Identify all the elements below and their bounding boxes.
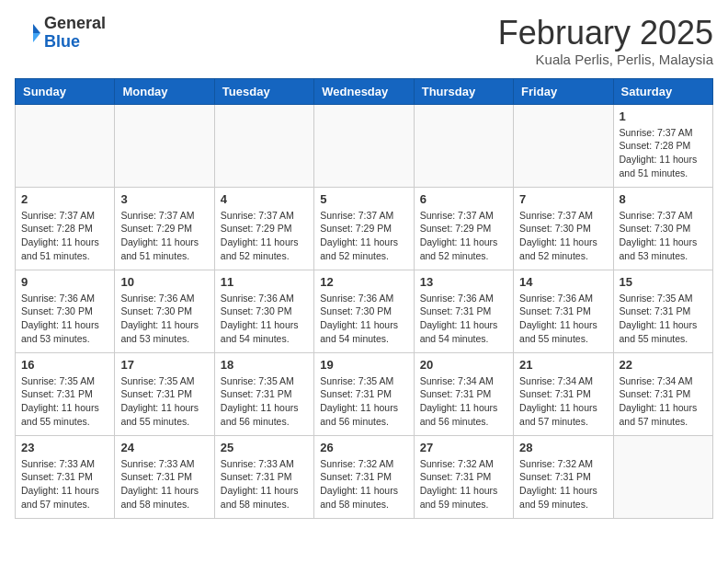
day-number: 4 — [221, 192, 308, 206]
calendar-day-cell — [16, 104, 115, 187]
day-number: 21 — [519, 358, 607, 372]
day-number: 12 — [320, 275, 407, 289]
day-number: 24 — [120, 441, 208, 454]
calendar-day-cell — [314, 104, 414, 187]
weekday-header-monday: Monday — [115, 78, 214, 104]
day-info: Sunrise: 7:32 AMSunset: 7:31 PMDaylight:… — [320, 457, 407, 511]
calendar-day-cell: 23Sunrise: 7:33 AMSunset: 7:31 PMDayligh… — [16, 435, 115, 518]
day-info: Sunrise: 7:34 AMSunset: 7:31 PMDaylight:… — [420, 374, 507, 429]
weekday-header-thursday: Thursday — [414, 78, 513, 104]
day-info: Sunrise: 7:37 AMSunset: 7:29 PMDaylight:… — [320, 209, 407, 263]
calendar-day-cell: 12Sunrise: 7:36 AMSunset: 7:30 PMDayligh… — [314, 270, 414, 352]
day-number: 20 — [420, 358, 507, 372]
day-number: 2 — [21, 192, 108, 206]
calendar-week-1: 1Sunrise: 7:37 AMSunset: 7:28 PMDaylight… — [16, 104, 713, 187]
calendar-day-cell: 24Sunrise: 7:33 AMSunset: 7:31 PMDayligh… — [115, 435, 214, 518]
calendar-day-cell: 2Sunrise: 7:37 AMSunset: 7:28 PMDaylight… — [16, 187, 115, 270]
calendar-day-cell: 8Sunrise: 7:37 AMSunset: 7:30 PMDaylight… — [613, 187, 712, 270]
day-info: Sunrise: 7:36 AMSunset: 7:30 PMDaylight:… — [21, 292, 108, 346]
calendar-day-cell: 18Sunrise: 7:35 AMSunset: 7:31 PMDayligh… — [214, 352, 313, 435]
day-number: 27 — [420, 441, 507, 454]
calendar-day-cell: 19Sunrise: 7:35 AMSunset: 7:31 PMDayligh… — [314, 352, 414, 435]
day-info: Sunrise: 7:35 AMSunset: 7:31 PMDaylight:… — [320, 374, 407, 429]
day-number: 1 — [620, 109, 707, 123]
calendar-day-cell: 7Sunrise: 7:37 AMSunset: 7:30 PMDaylight… — [514, 187, 613, 270]
logo-text: General Blue — [44, 15, 106, 52]
calendar-day-cell — [514, 104, 613, 187]
logo-icon — [15, 20, 40, 46]
calendar-week-4: 16Sunrise: 7:35 AMSunset: 7:31 PMDayligh… — [16, 352, 713, 435]
month-year-title: February 2025 — [498, 15, 713, 52]
day-number: 18 — [221, 358, 308, 372]
weekday-header-wednesday: Wednesday — [314, 78, 414, 104]
calendar-day-cell: 20Sunrise: 7:34 AMSunset: 7:31 PMDayligh… — [414, 352, 513, 435]
calendar-day-cell: 6Sunrise: 7:37 AMSunset: 7:29 PMDaylight… — [414, 187, 513, 270]
calendar-day-cell: 4Sunrise: 7:37 AMSunset: 7:29 PMDaylight… — [214, 187, 313, 270]
svg-marker-1 — [33, 33, 40, 42]
day-info: Sunrise: 7:36 AMSunset: 7:31 PMDaylight:… — [420, 292, 507, 346]
logo-blue: Blue — [44, 33, 106, 52]
day-info: Sunrise: 7:37 AMSunset: 7:29 PMDaylight:… — [120, 209, 208, 263]
location-subtitle: Kuala Perlis, Perlis, Malaysia — [498, 52, 713, 67]
calendar-day-cell: 28Sunrise: 7:32 AMSunset: 7:31 PMDayligh… — [514, 435, 613, 518]
day-info: Sunrise: 7:32 AMSunset: 7:31 PMDaylight:… — [519, 457, 607, 511]
day-number: 6 — [420, 192, 507, 206]
day-number: 7 — [519, 192, 607, 206]
weekday-header-friday: Friday — [514, 78, 613, 104]
day-info: Sunrise: 7:35 AMSunset: 7:31 PMDaylight:… — [620, 292, 707, 346]
day-info: Sunrise: 7:35 AMSunset: 7:31 PMDaylight:… — [21, 374, 108, 429]
day-info: Sunrise: 7:33 AMSunset: 7:31 PMDaylight:… — [21, 457, 108, 511]
calendar-day-cell — [414, 104, 513, 187]
calendar-day-cell: 13Sunrise: 7:36 AMSunset: 7:31 PMDayligh… — [414, 270, 513, 352]
calendar-day-cell: 26Sunrise: 7:32 AMSunset: 7:31 PMDayligh… — [314, 435, 414, 518]
day-info: Sunrise: 7:35 AMSunset: 7:31 PMDaylight:… — [221, 374, 308, 429]
day-number: 22 — [620, 358, 707, 372]
calendar-day-cell: 27Sunrise: 7:32 AMSunset: 7:31 PMDayligh… — [414, 435, 513, 518]
svg-marker-0 — [33, 24, 40, 33]
day-info: Sunrise: 7:35 AMSunset: 7:31 PMDaylight:… — [120, 374, 208, 429]
weekday-header-saturday: Saturday — [613, 78, 712, 104]
calendar-day-cell: 15Sunrise: 7:35 AMSunset: 7:31 PMDayligh… — [613, 270, 712, 352]
calendar-day-cell: 16Sunrise: 7:35 AMSunset: 7:31 PMDayligh… — [16, 352, 115, 435]
weekday-header-row: SundayMondayTuesdayWednesdayThursdayFrid… — [16, 78, 713, 104]
calendar-day-cell: 10Sunrise: 7:36 AMSunset: 7:30 PMDayligh… — [115, 270, 214, 352]
calendar-week-5: 23Sunrise: 7:33 AMSunset: 7:31 PMDayligh… — [16, 435, 713, 518]
day-info: Sunrise: 7:37 AMSunset: 7:29 PMDaylight:… — [221, 209, 308, 263]
calendar-day-cell: 9Sunrise: 7:36 AMSunset: 7:30 PMDaylight… — [16, 270, 115, 352]
calendar-day-cell: 14Sunrise: 7:36 AMSunset: 7:31 PMDayligh… — [514, 270, 613, 352]
calendar-day-cell: 1Sunrise: 7:37 AMSunset: 7:28 PMDaylight… — [613, 104, 712, 187]
logo: General Blue — [15, 15, 106, 52]
day-number: 11 — [221, 275, 308, 289]
weekday-header-sunday: Sunday — [16, 78, 115, 104]
day-info: Sunrise: 7:37 AMSunset: 7:28 PMDaylight:… — [21, 209, 108, 263]
day-number: 5 — [320, 192, 407, 206]
day-number: 16 — [21, 358, 108, 372]
day-info: Sunrise: 7:36 AMSunset: 7:30 PMDaylight:… — [221, 292, 308, 346]
logo-general: General — [44, 15, 106, 33]
day-number: 26 — [320, 441, 407, 454]
day-info: Sunrise: 7:32 AMSunset: 7:31 PMDaylight:… — [420, 457, 507, 511]
day-number: 13 — [420, 275, 507, 289]
day-info: Sunrise: 7:36 AMSunset: 7:30 PMDaylight:… — [320, 292, 407, 346]
day-info: Sunrise: 7:37 AMSunset: 7:28 PMDaylight:… — [620, 126, 707, 180]
day-info: Sunrise: 7:36 AMSunset: 7:31 PMDaylight:… — [519, 292, 607, 346]
calendar-day-cell — [214, 104, 313, 187]
day-number: 19 — [320, 358, 407, 372]
day-info: Sunrise: 7:34 AMSunset: 7:31 PMDaylight:… — [620, 374, 707, 429]
day-number: 25 — [221, 441, 308, 454]
calendar-week-3: 9Sunrise: 7:36 AMSunset: 7:30 PMDaylight… — [16, 270, 713, 352]
day-number: 17 — [120, 358, 208, 372]
calendar-day-cell — [613, 435, 712, 518]
calendar-week-2: 2Sunrise: 7:37 AMSunset: 7:28 PMDaylight… — [16, 187, 713, 270]
day-number: 23 — [21, 441, 108, 454]
day-info: Sunrise: 7:37 AMSunset: 7:30 PMDaylight:… — [620, 209, 707, 263]
day-number: 8 — [620, 192, 707, 206]
day-number: 9 — [21, 275, 108, 289]
calendar-day-cell: 22Sunrise: 7:34 AMSunset: 7:31 PMDayligh… — [613, 352, 712, 435]
calendar-day-cell: 3Sunrise: 7:37 AMSunset: 7:29 PMDaylight… — [115, 187, 214, 270]
day-number: 10 — [120, 275, 208, 289]
page-header: General Blue February 2025 Kuala Perlis,… — [15, 15, 713, 67]
calendar-day-cell — [115, 104, 214, 187]
calendar-day-cell: 17Sunrise: 7:35 AMSunset: 7:31 PMDayligh… — [115, 352, 214, 435]
day-info: Sunrise: 7:37 AMSunset: 7:29 PMDaylight:… — [420, 209, 507, 263]
